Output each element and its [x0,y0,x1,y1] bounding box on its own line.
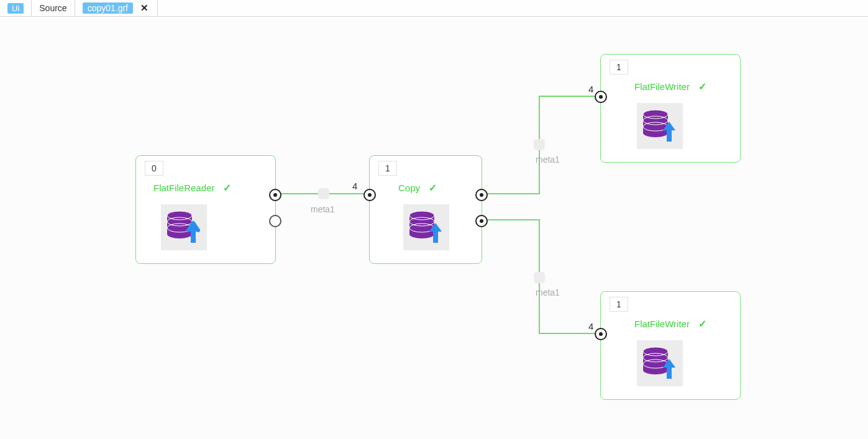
source-label: Source [39,3,66,13]
svg-rect-9 [433,229,438,243]
node-flatfilewriter-1[interactable]: 1 FlatFileWriter ✓ [600,54,741,163]
node-copy[interactable]: 1 Copy ✓ [369,155,482,264]
output-port-1[interactable] [269,215,281,227]
node-title: Copy [398,183,420,193]
ui-tab[interactable]: Ui [0,0,32,16]
database-upload-icon [161,204,207,250]
svg-rect-4 [191,229,196,243]
output-port-1[interactable] [475,215,488,227]
svg-rect-19 [667,365,672,379]
database-upload-icon [403,204,449,250]
input-port-0[interactable] [363,189,376,201]
check-icon: ✓ [698,81,706,93]
edge-meta-label: meta1 [536,155,560,165]
edge-count: 4 [588,84,593,94]
edge-meta-label: meta1 [536,287,560,297]
database-upload-icon [637,340,683,386]
node-phase-badge: 0 [145,161,163,176]
edge-handle[interactable] [534,139,545,150]
node-title: FlatFileWriter [634,81,690,92]
svg-rect-14 [667,128,672,142]
canvas[interactable]: 4 meta1 4 meta1 4 meta1 0 FlatFileReader… [0,17,868,439]
edge-handle[interactable] [534,272,545,283]
check-icon: ✓ [698,318,706,330]
ui-badge: Ui [7,3,24,14]
close-icon[interactable]: ✕ [139,2,150,14]
node-flatfilereader[interactable]: 0 FlatFileReader ✓ [135,155,276,264]
output-port-0[interactable] [475,189,488,201]
file-tab[interactable]: copy01.grf ✕ [75,0,158,16]
file-tab-label: copy01.grf [83,2,133,14]
input-port-0[interactable] [595,91,607,103]
edge-handle[interactable] [318,188,329,199]
node-phase-badge: 1 [610,297,628,312]
node-title: FlatFileReader [153,183,214,193]
source-tab[interactable]: Source [32,0,75,16]
database-upload-icon [637,103,683,149]
edge-count: 4 [588,321,593,332]
edge-meta-label: meta1 [311,204,335,214]
node-title-row: Copy ✓ [398,182,437,194]
node-title-row: FlatFileWriter ✓ [634,81,706,93]
check-icon: ✓ [429,182,437,194]
node-title: FlatFileWriter [634,319,690,329]
edge-count: 4 [352,181,357,191]
top-bar: Ui Source copy01.grf ✕ [0,0,868,17]
input-port-0[interactable] [595,328,607,340]
output-port-0[interactable] [269,189,281,201]
check-icon: ✓ [223,182,231,194]
node-phase-badge: 1 [378,161,397,176]
node-title-row: FlatFileWriter ✓ [634,318,706,330]
node-phase-badge: 1 [610,60,628,75]
node-flatfilewriter-2[interactable]: 1 FlatFileWriter ✓ [600,291,741,400]
node-title-row: FlatFileReader ✓ [153,182,231,194]
